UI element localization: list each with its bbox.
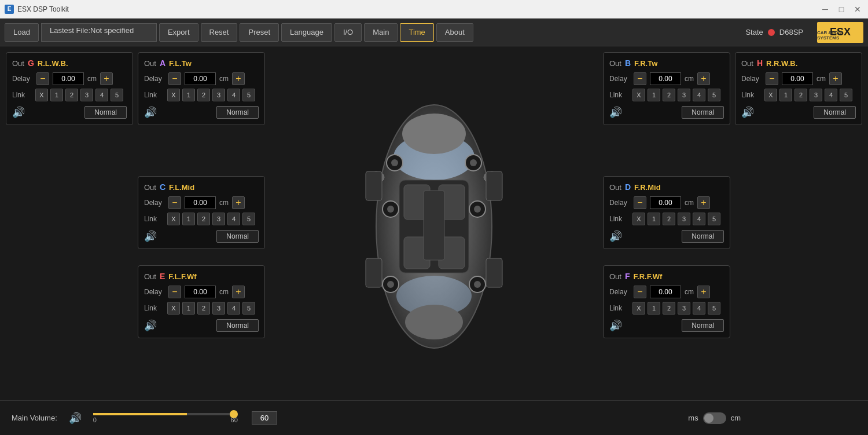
link-X-H[interactable]: X [764,89,777,101]
link-X-B[interactable]: X [632,89,645,101]
link-1-B[interactable]: 1 [648,89,660,101]
speaker-icon-H[interactable]: 🔊 [741,106,754,119]
time-button[interactable]: Time [400,23,433,42]
preset-button[interactable]: Preset [240,23,279,42]
delay-minus-D[interactable]: − [634,196,646,209]
speaker-icon-A[interactable]: 🔊 [144,106,157,119]
normal-btn-G[interactable]: Normal [84,106,127,119]
export-button[interactable]: Export [159,23,198,42]
delay-plus-B[interactable]: + [697,72,710,85]
link-4-G[interactable]: 4 [95,89,108,101]
delay-minus-G[interactable]: − [36,72,49,85]
link-1-H[interactable]: 1 [779,89,792,101]
speaker-icon-G[interactable]: 🔊 [12,106,25,119]
link-1-E[interactable]: 1 [182,302,195,315]
speaker-icon-B[interactable]: 🔊 [609,106,622,119]
link-X-C[interactable]: X [167,213,180,225]
language-button[interactable]: Language [281,23,332,42]
link-3-H[interactable]: 3 [810,89,822,101]
link-5-B[interactable]: 5 [708,89,720,101]
delay-minus-H[interactable]: − [766,72,778,85]
normal-btn-C[interactable]: Normal [216,230,259,243]
close-button[interactable]: ✕ [852,3,863,15]
link-5-A[interactable]: 5 [242,89,255,101]
speaker-icon-F[interactable]: 🔊 [609,319,622,332]
delay-plus-A[interactable]: + [232,72,245,85]
delay-plus-G[interactable]: + [100,72,113,85]
delay-value-F[interactable] [650,286,681,298]
link-4-A[interactable]: 4 [227,89,240,101]
link-5-E[interactable]: 5 [242,302,255,315]
link-4-C[interactable]: 4 [227,213,240,225]
link-5-G[interactable]: 5 [111,89,123,101]
link-2-A[interactable]: 2 [197,89,210,101]
normal-btn-D[interactable]: Normal [682,230,724,243]
link-3-F[interactable]: 3 [678,302,690,315]
link-4-E[interactable]: 4 [227,302,240,315]
delay-minus-E[interactable]: − [168,286,181,298]
load-button[interactable]: Load [5,23,39,42]
link-5-D[interactable]: 5 [708,213,720,225]
link-3-E[interactable]: 3 [212,302,225,315]
link-2-H[interactable]: 2 [795,89,807,101]
speaker-icon-C[interactable]: 🔊 [144,230,157,243]
link-X-E[interactable]: X [167,302,180,315]
delay-plus-D[interactable]: + [697,196,710,209]
normal-btn-F[interactable]: Normal [682,319,724,332]
link-1-F[interactable]: 1 [648,302,660,315]
speaker-icon-D[interactable]: 🔊 [609,230,622,243]
link-3-A[interactable]: 3 [212,89,225,101]
link-5-C[interactable]: 5 [242,213,255,225]
delay-value-A[interactable] [185,72,216,85]
about-button[interactable]: About [436,23,473,42]
io-button[interactable]: I/O [334,23,362,42]
link-1-G[interactable]: 1 [50,89,63,101]
link-2-F[interactable]: 2 [663,302,675,315]
link-2-G[interactable]: 2 [65,89,78,101]
link-2-C[interactable]: 2 [197,213,210,225]
link-3-B[interactable]: 3 [678,89,690,101]
delay-minus-A[interactable]: − [168,72,181,85]
normal-btn-B[interactable]: Normal [682,106,724,119]
delay-plus-C[interactable]: + [232,196,245,209]
delay-minus-B[interactable]: − [634,72,646,85]
delay-minus-C[interactable]: − [168,196,181,209]
delay-value-D[interactable] [650,196,681,209]
delay-plus-F[interactable]: + [697,286,710,298]
link-4-F[interactable]: 4 [693,302,705,315]
link-1-D[interactable]: 1 [648,213,660,225]
delay-value-B[interactable] [650,72,681,85]
main-button[interactable]: Main [364,23,398,42]
speaker-icon-E[interactable]: 🔊 [144,319,157,332]
normal-btn-H[interactable]: Normal [814,106,856,119]
reset-button[interactable]: Reset [201,23,238,42]
link-X-D[interactable]: X [632,213,645,225]
link-X-A[interactable]: X [167,89,180,101]
delay-value-H[interactable] [782,72,813,85]
normal-btn-E[interactable]: Normal [216,319,259,332]
link-X-F[interactable]: X [632,302,645,315]
link-3-C[interactable]: 3 [212,213,225,225]
link-2-E[interactable]: 2 [197,302,210,315]
unit-switch[interactable] [703,412,726,424]
minimize-button[interactable]: ─ [819,3,831,15]
link-X-G[interactable]: X [35,89,48,101]
link-1-C[interactable]: 1 [182,213,195,225]
delay-plus-E[interactable]: + [232,286,245,298]
link-2-D[interactable]: 2 [663,213,675,225]
link-5-H[interactable]: 5 [840,89,852,101]
maximize-button[interactable]: □ [836,3,847,15]
delay-value-E[interactable] [185,286,216,298]
link-2-B[interactable]: 2 [663,89,675,101]
volume-slider[interactable] [93,413,238,415]
delay-value-G[interactable] [53,72,84,85]
delay-minus-F[interactable]: − [634,286,646,298]
link-1-A[interactable]: 1 [182,89,195,101]
link-4-D[interactable]: 4 [693,213,705,225]
link-3-G[interactable]: 3 [80,89,93,101]
delay-value-C[interactable] [185,196,216,209]
delay-plus-H[interactable]: + [829,72,842,85]
normal-btn-A[interactable]: Normal [216,106,259,119]
link-5-F[interactable]: 5 [708,302,720,315]
link-3-D[interactable]: 3 [678,213,690,225]
